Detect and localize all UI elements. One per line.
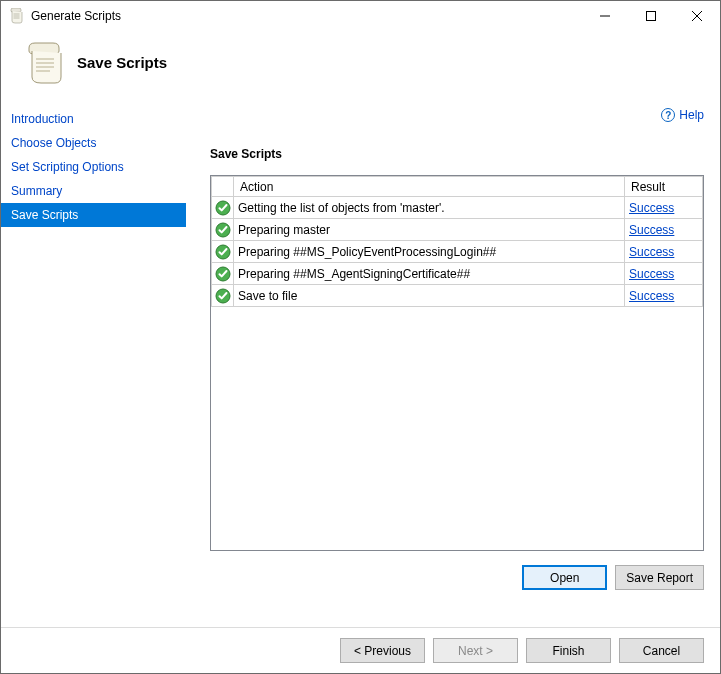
help-row: ? Help <box>210 105 704 125</box>
action-cell: Preparing master <box>234 219 625 241</box>
result-cell[interactable]: Success <box>625 219 703 241</box>
action-cell: Preparing ##MS_PolicyEventProcessingLogi… <box>234 241 625 263</box>
window-title: Generate Scripts <box>31 9 582 23</box>
window-controls <box>582 1 720 31</box>
wizard-header: Save Scripts <box>1 31 720 95</box>
sidebar-item-summary[interactable]: Summary <box>1 179 186 203</box>
results-grid: Action Result Getting the list of object… <box>210 175 704 551</box>
content-heading: Save Scripts <box>210 147 704 161</box>
result-cell[interactable]: Success <box>625 263 703 285</box>
col-header-icon <box>212 177 234 197</box>
sidebar-item-set-scripting-options[interactable]: Set Scripting Options <box>1 155 186 179</box>
result-cell[interactable]: Success <box>625 285 703 307</box>
sidebar-item-introduction[interactable]: Introduction <box>1 107 186 131</box>
col-header-result: Result <box>625 177 703 197</box>
action-cell: Preparing ##MS_AgentSigningCertificate## <box>234 263 625 285</box>
app-icon <box>9 8 25 24</box>
minimize-button[interactable] <box>582 1 628 31</box>
table-row: Preparing ##MS_AgentSigningCertificate##… <box>212 263 703 285</box>
help-label: Help <box>679 108 704 122</box>
table-row: Getting the list of objects from 'master… <box>212 197 703 219</box>
success-icon <box>212 285 234 307</box>
svg-rect-0 <box>647 12 656 21</box>
script-icon <box>23 42 65 84</box>
results-table: Action Result Getting the list of object… <box>211 176 703 307</box>
success-icon <box>212 263 234 285</box>
cancel-button[interactable]: Cancel <box>619 638 704 663</box>
finish-button[interactable]: Finish <box>526 638 611 663</box>
previous-button[interactable]: < Previous <box>340 638 425 663</box>
save-report-button[interactable]: Save Report <box>615 565 704 590</box>
wizard-footer: < Previous Next > Finish Cancel <box>1 627 720 673</box>
generate-scripts-window: Generate Scripts Save Scripts Introducti <box>0 0 721 674</box>
titlebar: Generate Scripts <box>1 1 720 31</box>
help-link[interactable]: ? Help <box>661 108 704 122</box>
table-row: Preparing masterSuccess <box>212 219 703 241</box>
wizard-body: Introduction Choose Objects Set Scriptin… <box>1 95 720 627</box>
result-cell[interactable]: Success <box>625 197 703 219</box>
col-header-action: Action <box>234 177 625 197</box>
next-button[interactable]: Next > <box>433 638 518 663</box>
action-cell: Getting the list of objects from 'master… <box>234 197 625 219</box>
sidebar: Introduction Choose Objects Set Scriptin… <box>1 95 186 627</box>
help-icon: ? <box>661 108 675 122</box>
sidebar-item-save-scripts[interactable]: Save Scripts <box>1 203 186 227</box>
content-buttons: Open Save Report <box>210 565 704 590</box>
action-cell: Save to file <box>234 285 625 307</box>
open-button[interactable]: Open <box>522 565 607 590</box>
success-icon <box>212 241 234 263</box>
success-icon <box>212 219 234 241</box>
table-header-row: Action Result <box>212 177 703 197</box>
content-panel: ? Help Save Scripts Action Result <box>186 95 720 627</box>
table-row: Save to fileSuccess <box>212 285 703 307</box>
page-title: Save Scripts <box>77 54 167 71</box>
close-button[interactable] <box>674 1 720 31</box>
result-cell[interactable]: Success <box>625 241 703 263</box>
sidebar-item-choose-objects[interactable]: Choose Objects <box>1 131 186 155</box>
success-icon <box>212 197 234 219</box>
table-row: Preparing ##MS_PolicyEventProcessingLogi… <box>212 241 703 263</box>
maximize-button[interactable] <box>628 1 674 31</box>
